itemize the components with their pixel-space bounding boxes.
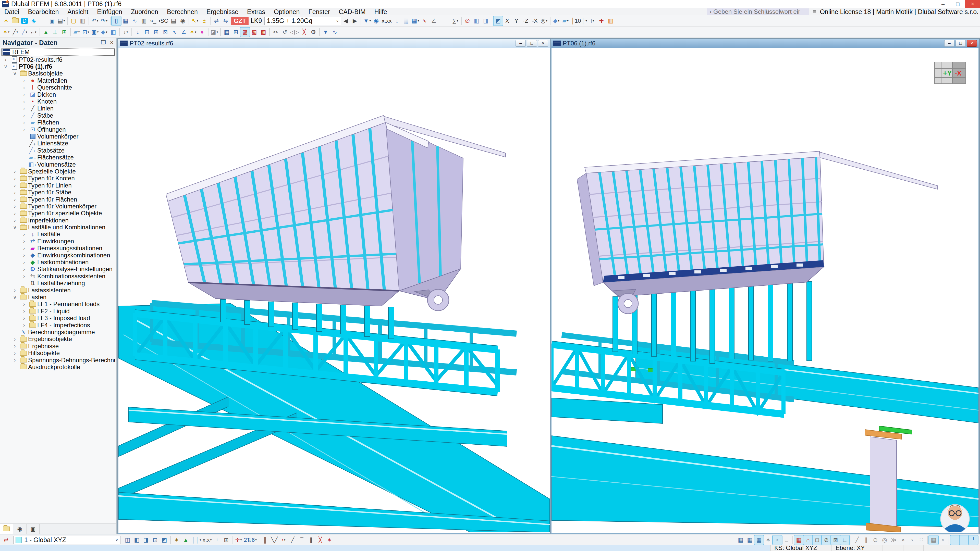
new-surface-icon[interactable]: ▰ ▾: [72, 27, 81, 37]
tree-item[interactable]: › I Querschnitte: [0, 84, 116, 91]
search-expander-icon[interactable]: ›: [710, 9, 711, 15]
stress-points-icon[interactable]: ✚ ▾: [597, 16, 606, 25]
new-free-load-icon[interactable]: ⊠ ▾: [161, 27, 170, 37]
ellipse-snap-icon[interactable]: ◎: [880, 535, 889, 545]
tree-item[interactable]: › ⇄ Einwirkungen: [0, 238, 116, 245]
search-list-icon[interactable]: ≡: [813, 8, 816, 15]
section-display-icon[interactable]: I ▾: [588, 16, 597, 25]
expander-icon[interactable]: ›: [20, 78, 28, 83]
result-grid-icon[interactable]: ▦ ▾: [411, 16, 420, 25]
tree-item[interactable]: › LF2 - Liquid: [0, 308, 116, 314]
solid-model-icon[interactable]: ◧ ▾: [472, 16, 481, 25]
renumber-icon[interactable]: ⇄ ▾: [212, 16, 221, 25]
select-add-icon[interactable]: ± ▾: [200, 16, 209, 25]
snap-arc-icon[interactable]: › ▾: [279, 535, 288, 545]
assistant-icon[interactable]: ◉ ▾: [178, 16, 187, 25]
object-snap-icon[interactable]: ✶: [764, 535, 773, 545]
expander-icon[interactable]: ›: [20, 92, 28, 97]
expander-icon[interactable]: ›: [11, 287, 19, 293]
new-model-icon[interactable]: ✶ ▾: [2, 16, 11, 25]
diagram-filter-icon[interactable]: ∿ ▾: [330, 27, 339, 37]
expander-icon[interactable]: ›: [20, 301, 28, 307]
expander-icon[interactable]: ›: [11, 203, 19, 209]
window-close-button[interactable]: ×: [538, 40, 548, 47]
solid-edit-icon[interactable]: ◨ ▾: [481, 16, 490, 25]
menu-item[interactable]: Zuordnen: [127, 8, 162, 15]
distance-snap-icon[interactable]: ›: [907, 535, 917, 545]
tree-item[interactable]: › ⇆ Kombinationsassistenten: [0, 273, 116, 279]
previous-loadcase-icon[interactable]: ◀ ▾: [341, 16, 350, 25]
tables-toggle-icon[interactable]: ▦ ▾: [121, 16, 130, 25]
panel-manager-icon[interactable]: ▤ ▾: [169, 16, 178, 25]
snap-offset-icon[interactable]: ∥ ▾: [307, 535, 316, 545]
filter-results-icon[interactable]: ▼ ▾: [363, 16, 372, 25]
snap-grid-icon[interactable]: ⊞ ▾: [231, 27, 240, 37]
table-panel-icon[interactable]: ▥ ▾: [139, 16, 148, 25]
show-values-icon[interactable]: x.x ▾: [202, 535, 213, 545]
tree-item[interactable]: › ╱ Stäbe: [0, 112, 116, 119]
new-node-icon[interactable]: ✶ ▾: [2, 27, 11, 37]
results-on-surfaces-icon[interactable]: ▒ ▾: [402, 16, 411, 25]
point-cloud-snap-icon[interactable]: ∷: [917, 535, 926, 545]
console-icon[interactable]: »_ ▾: [148, 16, 158, 25]
new-line-icon[interactable]: ╱ ▾: [11, 27, 20, 37]
tree-item[interactable]: ╱₊ Liniensätze: [0, 140, 116, 147]
view-x-icon[interactable]: X ▾: [503, 16, 512, 25]
new-member-icon[interactable]: ╱ ▾: [20, 27, 29, 37]
new-imposed-load-icon[interactable]: ∠ ▾: [179, 27, 188, 37]
expander-icon[interactable]: ›: [2, 57, 10, 62]
expander-icon[interactable]: ∨: [2, 64, 10, 70]
redo-icon[interactable]: ↷ ▾: [100, 16, 109, 25]
model-data-list-icon[interactable]: ≡ ▾: [38, 16, 48, 25]
snap-line-icon[interactable]: ╱ ▾: [288, 535, 298, 545]
hopper-structure[interactable]: [577, 151, 938, 314]
guideline-snap-icon[interactable]: ▫: [773, 535, 782, 545]
expander-icon[interactable]: ›: [20, 238, 28, 244]
menu-item[interactable]: Bearbeiten: [24, 8, 63, 15]
selection-window-icon[interactable]: ▫: [938, 535, 947, 545]
tree-item[interactable]: ╱₊ Stabsätze: [0, 147, 116, 154]
restore-button[interactable]: □: [950, 0, 965, 8]
window-restore-button[interactable]: □: [527, 40, 537, 47]
new-surface-load-icon[interactable]: ⊞ ▾: [151, 27, 161, 37]
tree-item[interactable]: › ◆ Einwirkungskombinationen: [0, 252, 116, 259]
cloud-model-icon[interactable]: ◈ ▾: [29, 16, 38, 25]
expander-icon[interactable]: ∨: [11, 224, 19, 230]
magnet-snap-icon[interactable]: ∩: [803, 535, 813, 545]
open-model-icon[interactable]: ▾: [11, 16, 20, 25]
window-titlebar[interactable]: PT02-results.rf6 – □ ×: [118, 39, 550, 48]
show-dimensions-icon[interactable]: ├┤ ▾: [190, 535, 202, 545]
tab-data[interactable]: [0, 524, 13, 534]
tree-item[interactable]: ∨ PT06 (1).rf6: [0, 63, 116, 70]
tree-item[interactable]: › ↓ Lastfälle: [0, 231, 116, 238]
tree-item[interactable]: › Typen für spezielle Objekte: [0, 210, 116, 217]
expander-icon[interactable]: ›: [20, 120, 28, 125]
menu-item[interactable]: CAD-BIM: [334, 8, 370, 15]
grid-visibility-icon[interactable]: ▦: [736, 535, 745, 545]
tree-item[interactable]: › ▰ Flächen: [0, 119, 116, 126]
expander-icon[interactable]: ›: [20, 231, 28, 237]
grid-snap-icon[interactable]: ▦: [754, 535, 764, 545]
loadcase-combo[interactable]: 1.35G + 1.20Gq ∨: [264, 17, 341, 25]
expander-icon[interactable]: ›: [20, 266, 28, 272]
orange-panel-icon[interactable]: ▥ ▾: [606, 16, 615, 25]
select-objects-icon[interactable]: ↖ ▾: [190, 16, 200, 25]
tree-item[interactable]: › Imperfektionen: [0, 217, 116, 224]
tree-item[interactable]: ◧₊ Volumensätze: [0, 161, 116, 168]
snap-node-icon[interactable]: ✶ ▾: [325, 535, 334, 545]
rotate-icon[interactable]: ↺ ▾: [280, 27, 290, 37]
tree-item[interactable]: › PT02-results.rf6: [0, 56, 116, 63]
menu-item[interactable]: Ergebnisse: [202, 8, 243, 15]
tree-item[interactable]: › Typen für Knoten: [0, 175, 116, 182]
render-mode-icon[interactable]: ◆ ▾: [552, 16, 561, 25]
endpoint-snap-icon[interactable]: □: [813, 535, 822, 545]
workplane-xy-icon[interactable]: ▨ ▾: [240, 27, 250, 37]
assistant-avatar[interactable]: [941, 505, 969, 532]
render-outline-icon[interactable]: ◩ ▾: [160, 535, 169, 545]
expander-icon[interactable]: ›: [11, 197, 19, 202]
viewport-3d-left[interactable]: [118, 48, 550, 534]
menu-item[interactable]: Extras: [243, 8, 269, 15]
calculate-all-icon[interactable]: ≡ ▾: [442, 16, 451, 25]
cut-icon[interactable]: ✂ ▾: [271, 27, 280, 37]
show-axes-icon[interactable]: + ▾: [212, 535, 221, 545]
